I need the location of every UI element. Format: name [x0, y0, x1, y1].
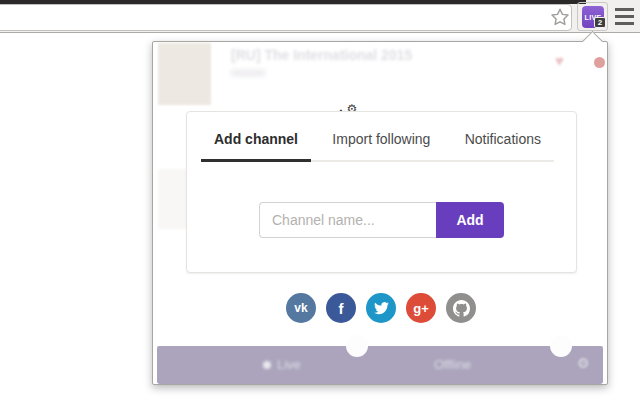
google-plus-icon[interactable]: g+: [406, 293, 436, 323]
screen: LIVE 2 [RU] The International 2015 ♥ ♥ ⚙…: [0, 0, 640, 400]
browser-menu-icon[interactable]: [615, 8, 634, 25]
faded-notification-dot: [594, 57, 605, 68]
add-channel-row: Add: [187, 202, 576, 238]
faded-stream-title: [RU] The International 2015: [231, 47, 412, 63]
faded-gear-icon[interactable]: ⚙: [577, 355, 590, 371]
bookmark-star-icon[interactable]: [549, 7, 571, 27]
facebook-icon[interactable]: f: [326, 293, 356, 323]
tab-import-following[interactable]: Import following: [319, 112, 443, 162]
extension-badge: 2: [594, 17, 606, 28]
tab-bar: Add channel Import following Notificatio…: [201, 112, 554, 162]
channel-name-input[interactable]: [259, 202, 436, 238]
tab-notifications[interactable]: Notifications: [452, 112, 554, 162]
add-button[interactable]: Add: [436, 202, 504, 238]
bar-notch-2: [550, 335, 572, 357]
faded-stream-subtitle: [231, 69, 265, 77]
vk-icon[interactable]: vk: [286, 293, 316, 323]
settings-card: Add channel Import following Notificatio…: [186, 111, 577, 273]
github-icon[interactable]: [446, 293, 476, 323]
extension-button[interactable]: LIVE 2: [577, 2, 608, 31]
live-dot-icon: [263, 361, 271, 369]
faded-bottom-tab-bar: Live Offline ⚙: [157, 346, 603, 384]
address-bar[interactable]: [0, 4, 572, 31]
bar-notch-1: [346, 335, 368, 357]
faded-live-tab[interactable]: Live: [263, 357, 301, 372]
faded-offline-tab[interactable]: Offline: [434, 357, 471, 372]
social-share-row: vk f g+: [153, 293, 609, 323]
popup-arrow: [582, 31, 603, 52]
faded-heart-icon: ♥: [555, 52, 564, 69]
twitter-icon[interactable]: [366, 293, 396, 323]
faded-stream-thumbnail: [158, 43, 211, 105]
tab-add-channel[interactable]: Add channel: [201, 112, 311, 162]
browser-toolbar: LIVE 2: [0, 0, 640, 33]
extension-popup: [RU] The International 2015 ♥ ♥ ⚙⚙ Setti…: [152, 41, 608, 385]
